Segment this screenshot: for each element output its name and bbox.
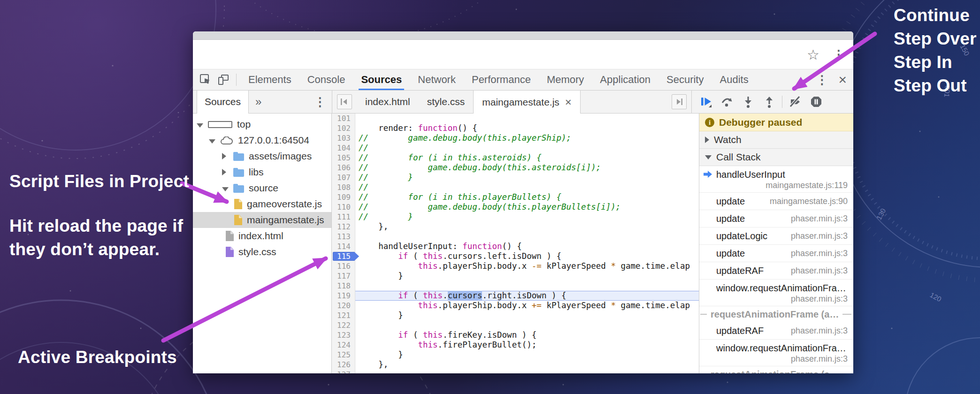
line-number[interactable]: 119	[332, 291, 355, 301]
line-number[interactable]: 114	[332, 242, 355, 251]
callstack-frame-update[interactable]: updatemaingamestate.js:90	[699, 193, 853, 210]
code-text: // game.debug.body(this.playerShip);	[355, 133, 699, 143]
line-number[interactable]: 102	[332, 123, 355, 133]
line-number[interactable]: 125	[332, 350, 355, 360]
tab-network[interactable]: Network	[410, 69, 464, 90]
tab-performance[interactable]: Performance	[464, 69, 539, 90]
file-tab-index.html[interactable]: index.html	[357, 91, 419, 113]
line-number[interactable]: 113	[332, 232, 355, 242]
sidebar-tab-sources[interactable]: Sources	[197, 91, 249, 114]
callstack-frame-window.requestAnimationFra…[interactable]: window.requestAnimationFra…phaser.min.js…	[699, 340, 853, 366]
line-number[interactable]: 126	[332, 360, 355, 370]
frame-location[interactable]: maingamestate.js:90	[770, 197, 848, 206]
callstack-frame-updateRAF[interactable]: updateRAFphaser.min.js:3	[699, 322, 853, 340]
tree-item-assets/images[interactable]: assets/images	[193, 148, 331, 164]
tab-audits[interactable]: Audits	[712, 69, 756, 90]
expander-right-icon[interactable]	[222, 151, 230, 162]
frame-location[interactable]: phaser.min.js:3	[716, 354, 848, 364]
file-tabs: index.htmlstyle.cssmaingamestate.js×	[357, 91, 581, 113]
line-number[interactable]: 127	[332, 370, 355, 373]
callstack-frame-updateRAF[interactable]: updateRAFphaser.min.js:3	[699, 262, 853, 280]
line-number[interactable]: 111	[332, 212, 355, 222]
async-separator: requestAnimationFrame (a…	[699, 306, 853, 322]
frame-location[interactable]: phaser.min.js:3	[791, 266, 848, 276]
callstack-frame-handleUserInput[interactable]: handleUserInputmaingamestate.js:119	[699, 166, 853, 193]
expander-down-icon[interactable]	[197, 119, 204, 130]
tab-application[interactable]: Application	[592, 69, 658, 90]
sidebar-menu-icon[interactable]: ⋮	[314, 96, 326, 108]
line-number[interactable]: 101	[332, 114, 355, 123]
line-number[interactable]: 105	[332, 153, 355, 163]
step-into-icon[interactable]	[742, 95, 755, 108]
tree-item-gameoverstate.js[interactable]: gameoverstate.js	[193, 196, 331, 212]
frame-location[interactable]: phaser.min.js:3	[791, 249, 848, 258]
expander-right-icon[interactable]	[222, 167, 230, 178]
tree-item-top[interactable]: top	[193, 116, 331, 132]
tab-sources[interactable]: Sources	[353, 69, 410, 90]
line-number[interactable]: 121	[332, 311, 355, 320]
code-line: 103// game.debug.body(this.playerShip);	[332, 133, 699, 143]
deactivate-breakpoints-icon[interactable]	[789, 95, 802, 108]
line-number[interactable]: 104	[332, 143, 355, 153]
callstack-frame-update[interactable]: updatephaser.min.js:3	[699, 245, 853, 262]
browser-address-bar[interactable]: ☆ ⋮	[193, 40, 853, 69]
pause-on-exceptions-icon[interactable]	[810, 95, 823, 108]
tree-item-index.html[interactable]: index.html	[193, 228, 331, 244]
line-number[interactable]: 108	[332, 182, 355, 192]
next-editor-tab-icon[interactable]	[672, 94, 687, 109]
line-number[interactable]: 122	[332, 320, 355, 330]
line-number[interactable]: 112	[332, 222, 355, 232]
frame-location[interactable]: maingamestate.js:119	[716, 180, 848, 190]
frame-function-name: updateLogic	[716, 231, 767, 242]
line-number[interactable]: 106	[332, 163, 355, 173]
step-out-icon[interactable]	[763, 95, 776, 108]
line-number[interactable]: 120	[332, 301, 355, 311]
frame-location[interactable]: phaser.min.js:3	[716, 294, 848, 304]
line-number[interactable]: 115	[332, 251, 355, 261]
frame-location[interactable]: phaser.min.js:3	[791, 326, 848, 336]
expander-down-icon[interactable]	[222, 182, 230, 194]
inspect-element-icon[interactable]	[199, 73, 213, 87]
frame-location[interactable]: phaser.min.js:3	[791, 214, 848, 224]
line-number[interactable]: 117	[332, 271, 355, 281]
line-number[interactable]: 110	[332, 202, 355, 212]
callstack-frame-update[interactable]: updatephaser.min.js:3	[699, 210, 853, 227]
line-number[interactable]: 118	[332, 281, 355, 291]
line-number[interactable]: 107	[332, 173, 355, 182]
tab-security[interactable]: Security	[658, 69, 712, 90]
tree-item-style.css[interactable]: style.css	[193, 244, 331, 260]
frame-location[interactable]: phaser.min.js:3	[791, 231, 848, 241]
device-toolbar-icon[interactable]	[216, 73, 230, 87]
line-number[interactable]: 123	[332, 330, 355, 340]
more-sidebar-tabs[interactable]: »	[255, 95, 261, 108]
expander-down-icon[interactable]	[209, 135, 216, 146]
file-tab-style.css[interactable]: style.css	[419, 91, 474, 113]
code-editor: 101102 render: function() {103// game.de…	[332, 114, 699, 373]
file-tab-maingamestate.js[interactable]: maingamestate.js×	[473, 91, 581, 114]
tab-console[interactable]: Console	[299, 69, 353, 90]
devtools-close-icon[interactable]: ×	[838, 73, 847, 87]
show-navigator-icon[interactable]	[337, 94, 352, 109]
tree-item-libs[interactable]: libs	[193, 164, 331, 180]
code-text: // }	[355, 173, 699, 182]
tab-memory[interactable]: Memory	[539, 69, 592, 90]
devtools-menu-icon[interactable]: ⋮	[816, 74, 828, 86]
resume-script-icon[interactable]	[699, 95, 712, 108]
step-over-icon[interactable]	[720, 95, 734, 108]
call-stack-section-header[interactable]: Call Stack	[699, 149, 853, 166]
line-number[interactable]: 109	[332, 192, 355, 202]
line-number[interactable]: 116	[332, 261, 355, 271]
close-tab-icon[interactable]: ×	[565, 96, 572, 109]
bookmark-star-icon[interactable]: ☆	[807, 46, 819, 63]
tree-item-maingamestate.js[interactable]: maingamestate.js	[193, 212, 331, 228]
browser-menu-icon[interactable]: ⋮	[833, 48, 845, 61]
callstack-frame-updateLogic[interactable]: updateLogicphaser.min.js:3	[699, 227, 853, 245]
line-number[interactable]: 124	[332, 340, 355, 350]
tree-item-127.0.0.1:64504[interactable]: 127.0.0.1:64504	[193, 132, 331, 148]
watch-section-header[interactable]: Watch	[699, 131, 853, 149]
tab-elements[interactable]: Elements	[240, 69, 299, 90]
frame-function-name: updateRAF	[716, 326, 764, 336]
line-number[interactable]: 103	[332, 133, 355, 143]
tree-item-source[interactable]: source	[193, 180, 331, 196]
callstack-frame-window.requestAnimationFra…[interactable]: window.requestAnimationFra…phaser.min.js…	[699, 280, 853, 306]
